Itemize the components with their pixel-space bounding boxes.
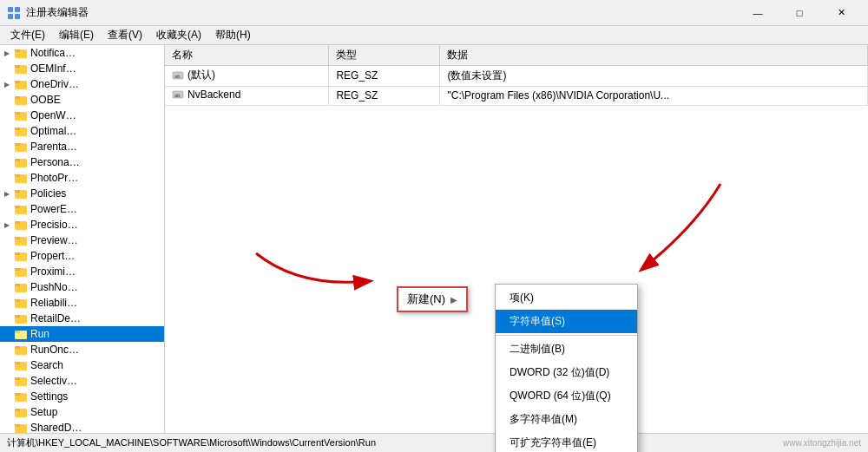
tree-item-parenta[interactable]: ▶ Parenta…: [0, 139, 164, 154]
minimize-button[interactable]: —: [738, 0, 778, 26]
svg-rect-15: [15, 128, 20, 130]
folder-icon: [14, 421, 28, 433]
row-name: ab NvBackend: [165, 86, 329, 105]
tree-panel: ▶ Notifica… ▶ OEMInf… ▶ OneDriv… ▶ O: [0, 45, 165, 433]
tree-arrow: ▶: [0, 218, 14, 232]
tree-label: OneDriv…: [30, 78, 79, 90]
tree-item-retailde[interactable]: ▶ RetailDe…: [0, 311, 164, 326]
tree-item-run[interactable]: ▶ Run: [0, 326, 164, 342]
tree-label: Persona…: [30, 156, 80, 168]
table-row[interactable]: ab (默认) REG_SZ (数值未设置): [165, 66, 868, 87]
tree-item-powere[interactable]: ▶ PowerE…: [0, 201, 164, 217]
svg-rect-2: [8, 14, 13, 19]
svg-rect-51: [15, 409, 20, 411]
svg-rect-39: [15, 315, 20, 318]
window-controls: — □ ✕: [738, 0, 861, 26]
folder-icon: [14, 358, 28, 372]
svg-rect-31: [15, 252, 20, 255]
tree-label: Run: [30, 328, 49, 340]
svg-rect-13: [15, 112, 20, 115]
tree-label: Search: [30, 359, 63, 371]
folder-icon: [14, 77, 28, 91]
folder-icon: [14, 155, 28, 169]
tree-item-photopr[interactable]: ▶ PhotoPr…: [0, 170, 164, 186]
right-panel: 名称 类型 数据 ab (默认) REG_SZ: [165, 45, 868, 433]
tree-item-optimal[interactable]: ▶ Optimal…: [0, 123, 164, 139]
folder-icon: [14, 343, 28, 357]
svg-rect-37: [15, 299, 20, 302]
tree-label: RunOnc…: [30, 344, 79, 356]
menu-help[interactable]: 帮助(H): [208, 26, 258, 44]
registry-data-table: 名称 类型 数据 ab (默认) REG_SZ: [165, 45, 868, 106]
tree-item-sharedd[interactable]: ▶ SharedD…: [0, 420, 164, 433]
tree-item-oeminf[interactable]: ▶ OEMInf…: [0, 61, 164, 76]
status-bar: 计算机\HKEY_LOCAL_MACHINE\SOFTWARE\Microsof…: [0, 433, 868, 452]
tree-label: PushNo…: [30, 281, 78, 293]
tree-item-oobe[interactable]: ▶ OOBE: [0, 92, 164, 108]
title-bar: 注册表编辑器 — □ ✕: [0, 0, 868, 26]
tree-label: Preview…: [30, 234, 78, 246]
tree-item-reliabili[interactable]: ▶ Reliabili…: [0, 295, 164, 311]
folder-icon: [14, 265, 28, 278]
tree-item-notifica[interactable]: ▶ Notifica…: [0, 45, 164, 61]
folder-icon: [14, 374, 28, 388]
tree-item-search[interactable]: ▶ Search: [0, 357, 164, 373]
folder-icon: [14, 108, 28, 122]
menu-view[interactable]: 查看(V): [101, 26, 149, 44]
svg-rect-49: [15, 393, 20, 396]
svg-rect-23: [15, 190, 20, 193]
maximize-button[interactable]: □: [779, 0, 819, 26]
tree-item-preview[interactable]: ▶ Preview…: [0, 233, 164, 248]
tree-item-policies[interactable]: ▶ Policies: [0, 186, 164, 201]
tree-label: PhotoPr…: [30, 172, 78, 184]
row-type: REG_SZ: [329, 66, 440, 87]
close-button[interactable]: ✕: [821, 0, 861, 26]
folder-icon: [14, 233, 28, 247]
tree-item-persona[interactable]: ▶ Persona…: [0, 154, 164, 170]
svg-rect-19: [15, 159, 20, 161]
tree-item-precisio[interactable]: ▶ Precisio…: [0, 217, 164, 233]
status-path: 计算机\HKEY_LOCAL_MACHINE\SOFTWARE\Microsof…: [7, 436, 376, 449]
tree-label: Propert…: [30, 250, 75, 262]
main-content: ▶ Notifica… ▶ OEMInf… ▶ OneDriv… ▶ O: [0, 45, 868, 433]
svg-rect-21: [15, 174, 20, 177]
tree-label: Setup: [30, 406, 57, 418]
svg-text:ab: ab: [174, 74, 181, 79]
tree-item-openw[interactable]: ▶ OpenW…: [0, 108, 164, 123]
folder-icon: [14, 280, 28, 294]
tree-item-pushno[interactable]: ▶ PushNo…: [0, 279, 164, 295]
svg-rect-27: [15, 221, 20, 224]
row-type: REG_SZ: [329, 86, 440, 105]
tree-item-setup[interactable]: ▶ Setup: [0, 404, 164, 420]
folder-icon: [14, 405, 28, 419]
svg-rect-3: [15, 14, 20, 19]
svg-rect-9: [15, 81, 20, 83]
folder-icon: [14, 249, 28, 263]
menu-edit[interactable]: 编辑(E): [52, 26, 101, 44]
tree-arrow: ▶: [0, 187, 14, 200]
folder-icon: [14, 311, 28, 325]
registry-table: 名称 类型 数据 ab (默认) REG_SZ: [165, 45, 868, 433]
app-icon: [7, 6, 21, 20]
row-name: ab (默认): [165, 66, 329, 87]
svg-rect-33: [15, 268, 20, 271]
menu-file[interactable]: 文件(E): [3, 26, 52, 44]
tree-item-runonce[interactable]: ▶ RunOnc…: [0, 342, 164, 357]
table-row[interactable]: ab NvBackend REG_SZ "C:\Program Files (x…: [165, 86, 868, 105]
svg-rect-1: [15, 7, 20, 12]
tree-item-selectiv[interactable]: ▶ Selectiv…: [0, 373, 164, 389]
tree-item-settings[interactable]: ▶ Settings: [0, 389, 164, 404]
svg-rect-11: [15, 96, 20, 99]
tree-label: OEMInf…: [30, 62, 76, 75]
col-header-name: 名称: [165, 45, 329, 66]
tree-item-propert[interactable]: ▶ Propert…: [0, 248, 164, 264]
tree-item-proximi[interactable]: ▶ Proximi…: [0, 264, 164, 279]
svg-rect-35: [15, 284, 20, 286]
tree-arrow: ▶: [0, 77, 14, 91]
folder-icon: [14, 62, 28, 75]
tree-label: Parenta…: [30, 141, 77, 153]
tree-item-onedriv[interactable]: ▶ OneDriv…: [0, 76, 164, 92]
svg-rect-53: [15, 424, 20, 427]
menu-bar: 文件(E) 编辑(E) 查看(V) 收藏夹(A) 帮助(H): [0, 26, 868, 45]
menu-favorites[interactable]: 收藏夹(A): [149, 26, 208, 44]
